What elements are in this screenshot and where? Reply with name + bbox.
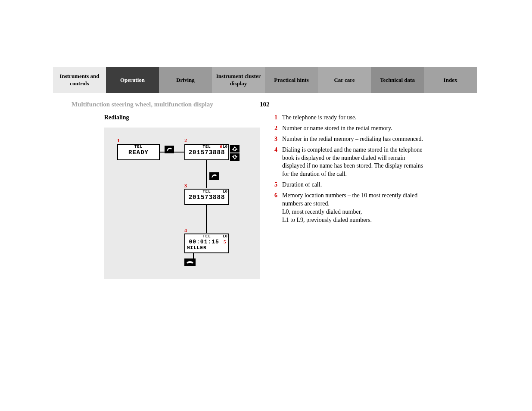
l0-label: L0: [223, 190, 227, 194]
display-box-2: TEL L0 6 201573888: [184, 144, 229, 160]
legend-item: 1 The telephone is ready for use.: [274, 114, 429, 122]
page-number: 102: [260, 101, 270, 108]
ready-label: READY: [118, 149, 159, 156]
legend-num: 2: [274, 125, 282, 133]
connector: [193, 252, 194, 258]
tab-index[interactable]: Index: [424, 67, 477, 93]
legend-item: 4 Dialing is completed and the name stor…: [274, 146, 429, 179]
marker-2: 2: [184, 137, 187, 144]
tel-label: TEL: [185, 234, 228, 239]
subheading: Redialing: [104, 114, 129, 121]
tab-technical-data[interactable]: Technical data: [371, 67, 424, 93]
legend-item: 3 Number in the redial memory – redialin…: [274, 135, 429, 143]
connector: [206, 204, 207, 233]
marker-6-inline: 6: [220, 144, 223, 149]
tab-practical-hints[interactable]: Practical hints: [265, 67, 318, 93]
tab-car-care[interactable]: Car care: [318, 67, 371, 93]
legend-num: 5: [274, 181, 282, 189]
legend-text: Memory location numbers – the 10 most re…: [282, 192, 429, 224]
legend-text: Number or name stored in the redial memo…: [282, 125, 429, 133]
number-display: 201573888: [185, 149, 228, 156]
display-box-3: TEL L0 201573888: [184, 189, 229, 205]
legend-text: Duration of call.: [282, 181, 429, 189]
l0-label: L0: [223, 234, 227, 239]
tab-operation[interactable]: Operation: [106, 67, 159, 93]
legend-num: 6: [274, 192, 282, 224]
nav-tabs: Instruments and controls Operation Drivi…: [53, 67, 477, 93]
diagram: 1 TEL READY 2 TEL L0 6 201573888 3 TEL L…: [104, 128, 260, 279]
marker-3: 3: [184, 183, 187, 189]
legend-text: Number in the redial memory – redialing …: [282, 135, 429, 143]
legend-num: 3: [274, 135, 282, 143]
number-display: 201573888: [185, 194, 228, 201]
tab-cluster-display[interactable]: Instrument cluster display: [212, 67, 265, 93]
legend-item: 6 Memory location numbers – the 10 most …: [274, 192, 429, 224]
display-box-1: TEL READY: [117, 144, 160, 160]
caller-name: MILLER: [185, 245, 228, 250]
display-box-4: TEL L0 00:01:15 5 MILLER: [184, 234, 229, 253]
connector: [206, 159, 207, 188]
legend-text: The telephone is ready for use.: [282, 114, 429, 122]
tab-driving[interactable]: Driving: [159, 67, 212, 93]
marker-5-inline: 5: [224, 239, 226, 244]
phone-offhook-icon: [165, 146, 174, 153]
legend-num: 1: [274, 114, 282, 122]
marker-4: 4: [184, 227, 187, 234]
legend-item: 2 Number or name stored in the redial me…: [274, 125, 429, 133]
legend-item: 5 Duration of call.: [274, 181, 429, 189]
marker-1: 1: [117, 137, 120, 144]
l0-label: L0: [223, 145, 227, 149]
tel-label: TEL: [118, 145, 159, 149]
arrow-down-icon: [230, 153, 240, 161]
call-duration: 00:01:15: [189, 239, 219, 245]
legend-list: 1 The telephone is ready for use. 2 Numb…: [274, 114, 429, 227]
legend-num: 4: [274, 146, 282, 179]
arrow-up-icon: [230, 145, 240, 153]
tel-label: TEL: [185, 190, 228, 194]
legend-text: Dialing is completed and the name stored…: [282, 146, 429, 179]
phone-offhook-icon: [209, 172, 219, 180]
tab-instruments[interactable]: Instruments and controls: [53, 67, 106, 93]
section-title: Multifunction steering wheel, multifunct…: [72, 101, 213, 108]
phone-onhook-icon: [184, 258, 196, 266]
